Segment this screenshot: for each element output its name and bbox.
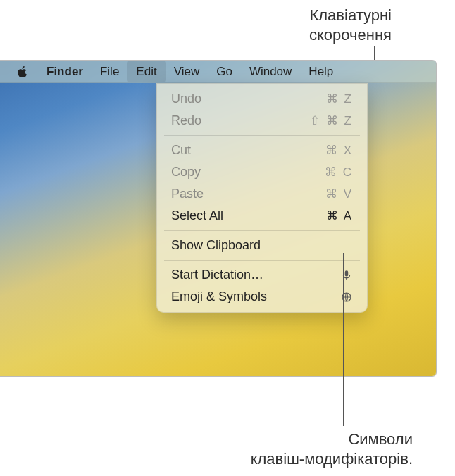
screenshot-frame: Finder File Edit View Go Window Help Und…: [0, 60, 437, 377]
menu-label: Emoji & Symbols: [171, 289, 267, 304]
menu-item-cut[interactable]: Cut ⌘ X: [161, 139, 363, 161]
menu-label: Undo: [171, 92, 201, 106]
apple-menu[interactable]: [7, 61, 38, 82]
menu-shortcut: ⌘ C: [325, 165, 353, 180]
menubar-item-view[interactable]: View: [166, 61, 208, 82]
menu-item-select-all[interactable]: Select All ⌘ A: [161, 205, 363, 227]
menu-label: Start Dictation…: [171, 268, 263, 282]
menu-shortcut: ⌘ A: [326, 208, 353, 223]
callout-text: Клавіатурні: [309, 6, 392, 25]
menu-shortcut: ⇧ ⌘ Z: [310, 113, 353, 128]
menu-label: Select All: [171, 208, 223, 223]
menubar: Finder File Edit View Go Window Help: [0, 61, 436, 83]
menu-separator: [164, 260, 360, 261]
callout-modifier-symbols: Символи клавіш-модифікаторів.: [77, 430, 413, 469]
menu-shortcut: ⌘ Z: [326, 92, 353, 106]
globe-icon: [340, 291, 353, 303]
menu-item-start-dictation[interactable]: Start Dictation…: [161, 264, 363, 286]
callout-text: клавіш-модифікаторів.: [77, 449, 413, 469]
menubar-item-edit[interactable]: Edit: [127, 61, 165, 82]
menu-shortcut: ⌘ X: [325, 143, 353, 158]
menubar-item-help[interactable]: Help: [300, 61, 342, 82]
callout-keyboard-shortcuts: Клавіатурні скорочення: [309, 6, 392, 45]
mic-icon: [340, 269, 353, 282]
menubar-item-file[interactable]: File: [92, 61, 127, 82]
menu-item-show-clipboard[interactable]: Show Clipboard: [161, 234, 363, 256]
menu-separator: [164, 135, 360, 136]
menu-item-emoji-symbols[interactable]: Emoji & Symbols: [161, 286, 363, 308]
edit-menu-dropdown: Undo ⌘ Z Redo ⇧ ⌘ Z Cut ⌘ X Copy ⌘ C Pas…: [156, 83, 368, 313]
menu-shortcut: ⌘ V: [325, 187, 353, 201]
leader-line: [343, 253, 344, 426]
menu-item-undo[interactable]: Undo ⌘ Z: [161, 88, 363, 110]
menu-label: Copy: [171, 165, 201, 180]
menu-label: Show Clipboard: [171, 238, 261, 253]
menu-label: Redo: [171, 113, 201, 128]
menubar-app-name[interactable]: Finder: [38, 61, 92, 82]
menu-item-paste[interactable]: Paste ⌘ V: [161, 183, 363, 205]
menubar-item-window[interactable]: Window: [241, 61, 300, 82]
menu-item-redo[interactable]: Redo ⇧ ⌘ Z: [161, 110, 363, 132]
menubar-item-go[interactable]: Go: [208, 61, 241, 82]
callout-text: Символи: [77, 430, 413, 449]
menu-label: Paste: [171, 187, 204, 201]
menu-label: Cut: [171, 143, 191, 158]
callout-text: скорочення: [309, 25, 392, 45]
menu-item-copy[interactable]: Copy ⌘ C: [161, 161, 363, 183]
apple-logo-icon: [15, 65, 30, 79]
menu-separator: [164, 230, 360, 231]
